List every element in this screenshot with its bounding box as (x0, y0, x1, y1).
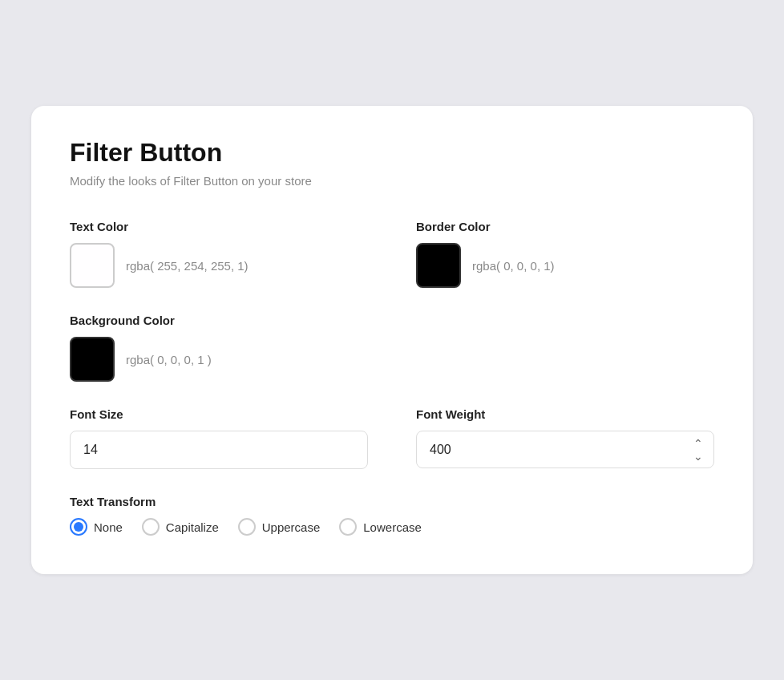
font-weight-label: Font Weight (416, 407, 714, 421)
font-weight-group: Font Weight 100 200 300 400 500 600 700 … (416, 407, 714, 469)
color-row-top: Text Color rgba( 255, 254, 255, 1) Borde… (70, 220, 714, 288)
font-row: Font Size Font Weight 100 200 300 400 50… (70, 407, 714, 469)
font-size-input[interactable] (70, 431, 368, 469)
text-transform-label: Text Transform (70, 495, 714, 508)
radio-item-lowercase[interactable]: Lowercase (339, 518, 422, 536)
font-size-group: Font Size (70, 407, 368, 469)
radio-item-capitalize[interactable]: Capitalize (142, 518, 219, 536)
radio-item-uppercase[interactable]: Uppercase (238, 518, 321, 536)
text-color-value: rgba( 255, 254, 255, 1) (126, 259, 249, 273)
radio-capitalize-label: Capitalize (166, 520, 219, 534)
border-color-row: rgba( 0, 0, 0, 1) (416, 243, 714, 288)
text-color-row: rgba( 255, 254, 255, 1) (70, 243, 368, 288)
background-color-label: Background Color (70, 314, 368, 327)
border-color-label: Border Color (416, 220, 714, 233)
text-color-label: Text Color (70, 220, 368, 233)
page-subtitle: Modify the looks of Filter Button on you… (70, 174, 714, 188)
radio-lowercase[interactable] (339, 518, 357, 536)
radio-uppercase[interactable] (238, 518, 256, 536)
radio-capitalize[interactable] (142, 518, 160, 536)
text-color-swatch[interactable] (70, 243, 115, 288)
font-weight-select[interactable]: 100 200 300 400 500 600 700 800 900 (416, 431, 714, 468)
radio-item-none[interactable]: None (70, 518, 123, 536)
page-title: Filter Button (70, 138, 714, 168)
radio-none-label: None (94, 520, 123, 534)
radio-none[interactable] (70, 518, 87, 536)
text-transform-radio-group: None Capitalize Uppercase Lowercase (70, 518, 714, 536)
filter-button-card: Filter Button Modify the looks of Filter… (31, 106, 753, 574)
border-color-swatch[interactable] (416, 243, 461, 288)
background-color-swatch[interactable] (70, 337, 115, 382)
background-color-row: rgba( 0, 0, 0, 1 ) (70, 337, 368, 382)
font-size-label: Font Size (70, 407, 368, 421)
background-color-placeholder (416, 314, 714, 382)
background-color-section: Background Color rgba( 0, 0, 0, 1 ) (70, 314, 714, 382)
border-color-value: rgba( 0, 0, 0, 1) (472, 259, 555, 273)
font-weight-select-wrapper: 100 200 300 400 500 600 700 800 900 ⌃⌄ (416, 431, 714, 468)
border-color-group: Border Color rgba( 0, 0, 0, 1) (416, 220, 714, 288)
text-transform-group: Text Transform None Capitalize Uppercase… (70, 495, 714, 536)
radio-lowercase-label: Lowercase (363, 520, 422, 534)
background-color-group: Background Color rgba( 0, 0, 0, 1 ) (70, 314, 368, 382)
background-color-value: rgba( 0, 0, 0, 1 ) (126, 353, 212, 366)
radio-uppercase-label: Uppercase (262, 520, 321, 534)
text-color-group: Text Color rgba( 255, 254, 255, 1) (70, 220, 368, 288)
